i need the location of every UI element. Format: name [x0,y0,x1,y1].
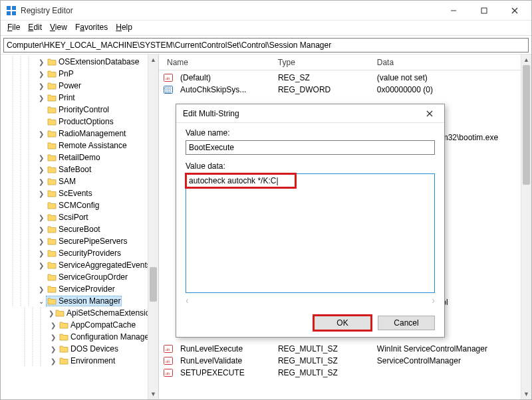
value-row[interactable]: ab (Default) REG_SZ (value not set) [163,72,531,84]
tree-guide [6,211,37,223]
expander-icon[interactable]: ❯ [37,213,46,222]
scroll-down-icon[interactable]: ▼ [148,389,158,399]
expander-icon[interactable] [37,141,46,150]
expander-icon[interactable]: ❯ [37,260,46,270]
tree-item[interactable]: ❯ Power [6,80,158,92]
expander-icon[interactable] [37,272,46,282]
tree-item[interactable]: ❯ SecurePipeServers [6,235,158,247]
value-row[interactable]: ab RunLevelExecute REG_MULTI_SZ WinInit … [163,343,531,355]
expander-icon[interactable]: ❯ [49,344,58,353]
expander-icon[interactable]: ⌄ [37,296,46,306]
menu-file[interactable]: File [5,22,23,33]
window-title: Registry Editor [21,6,438,15]
tree-item[interactable]: Remote Assistance [6,140,158,151]
expander-icon[interactable]: ❯ [49,332,58,342]
value-data-field[interactable] [186,173,435,293]
tree-item[interactable]: ❯ ServiceProvider [6,283,158,295]
tree-item[interactable]: ❯ RadioManagement [6,128,158,140]
tree-item[interactable]: ❯ ApiSetSchemaExtensions [6,307,158,319]
col-name[interactable]: Name [163,56,274,68]
tree-guide [6,163,37,175]
tree-item[interactable]: ❯ ScsiPort [6,211,158,223]
menu-help[interactable]: Help [113,22,135,33]
expander-icon[interactable]: ❯ [37,237,46,246]
value-name-field[interactable] [186,140,435,155]
expander-icon[interactable]: ❯ [37,93,46,102]
tree-guide [6,128,37,140]
tree-scrollbar[interactable]: ▲ ▼ [148,54,158,399]
tree-guide [6,68,37,80]
expander-icon[interactable] [37,117,46,126]
expander-icon[interactable] [37,201,46,210]
tree-item[interactable]: ❯ OSExtensionDatabase [6,56,158,68]
value-row[interactable]: ab RunLevelValidate REG_MULTI_SZ Service… [163,355,531,367]
expander-icon[interactable]: ❯ [49,308,54,318]
cancel-button[interactable]: Cancel [378,316,435,330]
menu-favorites[interactable]: Favorites [72,22,110,33]
menu-edit[interactable]: Edit [25,22,45,33]
maximize-button[interactable] [469,1,499,20]
value-row[interactable]: 01101010 AutoChkSkipSys... REG_DWORD 0x0… [163,84,531,96]
tree-item[interactable]: ❯ SecureBoot [6,223,158,235]
tree-item[interactable]: SCMConfig [6,199,158,211]
expander-icon[interactable]: ❯ [37,153,46,162]
tree-label: ProductOptions [59,117,114,126]
address-bar[interactable]: Computer\HKEY_LOCAL_MACHINE\SYSTEM\Curre… [3,38,529,52]
expander-icon[interactable]: ❯ [37,165,46,174]
ok-button[interactable]: OK [314,316,371,330]
tree-item[interactable]: ❯ AppCompatCache [6,319,158,331]
value-data: 0x00000000 (0) [373,85,531,94]
textarea-hscroll[interactable]: ‹› [186,293,435,305]
scroll-thumb[interactable] [150,267,157,302]
minimize-button[interactable] [438,1,469,20]
tree-item[interactable]: ⌄ Session Manager [6,295,158,307]
tree-label: AppCompatCache [70,320,136,330]
expander-icon[interactable]: ❯ [37,189,46,198]
tree-guide [6,116,37,128]
tree-item[interactable]: ❯ DOS Devices [6,343,158,355]
col-data[interactable]: Data [373,56,531,68]
tree-item[interactable]: ❯ RetailDemo [6,151,158,163]
tree-item[interactable]: ❯ SAM [6,175,158,187]
col-type[interactable]: Type [274,56,373,68]
tree-label: PnP [59,69,74,78]
expander-icon[interactable]: ❯ [37,177,46,186]
scroll-up-icon[interactable]: ▲ [521,54,531,65]
value-row[interactable]: ab SETUPEXECUTE REG_MULTI_SZ [163,367,531,379]
tree-item[interactable]: ❯ Configuration Manager [6,331,158,343]
scroll-down-icon[interactable]: ▼ [521,389,531,399]
tree-item[interactable]: ❯ SecurityProviders [6,247,158,259]
tree-item[interactable]: ❯ SafeBoot [6,163,158,175]
value-data-peek: em32\bootim.exe [437,133,498,145]
expander-icon[interactable]: ❯ [37,57,46,66]
expander-icon[interactable]: ❯ [37,225,46,234]
close-button[interactable] [499,1,530,20]
dialog-close-button[interactable] [418,106,442,122]
expander-icon[interactable]: ❯ [37,249,46,258]
tree-item[interactable]: PriorityControl [6,104,158,116]
tree-label: ServiceProvider [59,284,115,294]
scroll-thumb[interactable] [523,65,530,185]
tree-item[interactable]: ❯ ScEvents [6,187,158,199]
expander-icon[interactable]: ❯ [37,81,46,90]
value-type: REG_MULTI_SZ [274,344,373,353]
tree-item[interactable]: ProductOptions [6,116,158,128]
tree-label: SecurePipeServers [59,237,127,246]
scroll-up-icon[interactable]: ▲ [148,54,158,65]
expander-icon[interactable]: ❯ [49,356,58,365]
expander-icon[interactable]: ❯ [37,129,46,138]
tree-item[interactable]: ❯ ServiceAggregatedEvents [6,259,158,271]
tree-label: SecurityProviders [59,249,121,258]
expander-icon[interactable]: ❯ [37,69,46,78]
expander-icon[interactable]: ❯ [37,284,46,294]
values-scrollbar[interactable]: ▲ ▼ [521,54,531,399]
menu-view[interactable]: View [47,22,70,33]
tree-item[interactable]: ❯ PnP [6,68,158,80]
tree-item[interactable]: ServiceGroupOrder [6,271,158,283]
expander-icon[interactable]: ❯ [49,320,58,330]
tree-item[interactable]: ❯ Environment [6,355,158,367]
tree-label: ServiceAggregatedEvents [59,260,151,270]
expander-icon[interactable] [37,105,46,114]
dialog-title: Edit Multi-String [183,109,418,118]
tree-item[interactable]: ❯ Print [6,92,158,104]
